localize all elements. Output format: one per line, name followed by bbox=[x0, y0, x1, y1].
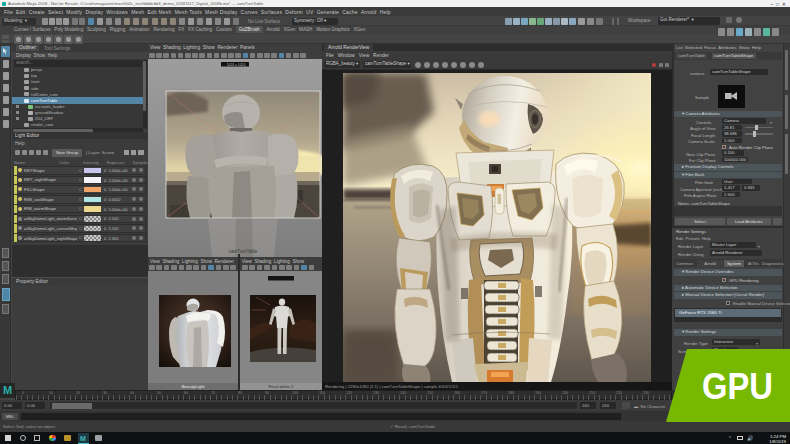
svg-text:camTurnTable: camTurnTable bbox=[229, 249, 258, 254]
svg-text:1024 x 1024: 1024 x 1024 bbox=[227, 63, 246, 67]
